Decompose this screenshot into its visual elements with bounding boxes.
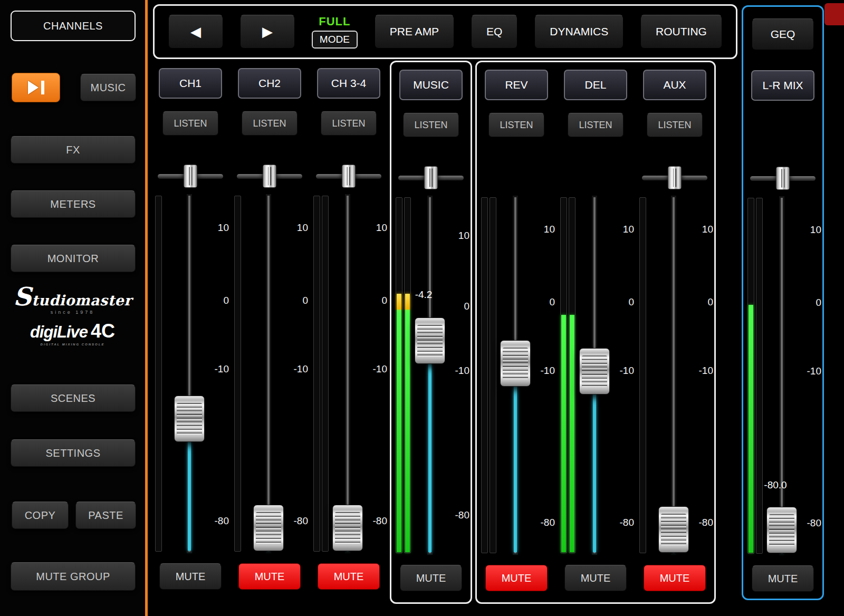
channel-strip: CH 3-4 LISTEN 10 0 -10 -80 MUTE bbox=[309, 61, 388, 604]
channel-name-button[interactable]: CH 3-4 bbox=[317, 68, 380, 99]
listen-button[interactable]: LISTEN bbox=[488, 113, 544, 137]
scenes-button[interactable]: SCENES bbox=[11, 384, 136, 412]
fader-knob[interactable] bbox=[332, 505, 363, 551]
routing-button[interactable]: ROUTING bbox=[640, 15, 722, 49]
mute-button[interactable]: MUTE bbox=[318, 563, 380, 590]
channel-name-button[interactable]: AUX bbox=[643, 70, 706, 100]
mode-state-label: FULL bbox=[319, 15, 350, 28]
channel-strip: REV LISTEN 10 0 -10 -80 MUTE bbox=[477, 62, 556, 602]
channel-name-button[interactable]: REV bbox=[485, 70, 548, 100]
fader-zone: 10 0 -10 -80 bbox=[635, 197, 714, 553]
pan-knob[interactable] bbox=[668, 166, 682, 190]
fader-zone: 10 0 -10 -80 bbox=[556, 197, 635, 553]
mute-button[interactable]: MUTE bbox=[564, 565, 627, 591]
fader-knob[interactable] bbox=[415, 317, 445, 364]
fader-knob[interactable] bbox=[579, 348, 610, 394]
fader-level-line bbox=[593, 371, 596, 552]
channel-name-button[interactable]: MUSIC bbox=[399, 70, 463, 100]
mute-button[interactable]: MUTE bbox=[238, 563, 301, 590]
fader-track[interactable] bbox=[347, 196, 349, 552]
channel-name-button[interactable]: DEL bbox=[564, 70, 627, 100]
fx-button[interactable]: FX bbox=[11, 136, 136, 163]
level-meter bbox=[313, 196, 320, 552]
channel-strip: CH2 LISTEN 10 0 -10 -80 MUTE bbox=[230, 61, 309, 604]
play-pause-icon bbox=[28, 81, 39, 94]
channel-name-button[interactable]: L-R MIX bbox=[751, 70, 814, 101]
previous-channel-button[interactable]: ◀ bbox=[168, 15, 223, 49]
pan-knob[interactable] bbox=[263, 165, 277, 188]
channel-strips: CH1 LISTEN 10 0 -10 -80 MUTE CH2 LISTEN bbox=[151, 61, 717, 604]
channel-strip: MUSIC LISTEN -4.2 bbox=[391, 62, 471, 602]
mute-group-button[interactable]: MUTE GROUP bbox=[11, 562, 136, 591]
listen-button[interactable]: LISTEN bbox=[403, 113, 459, 137]
back-arrow-icon: ◀ bbox=[190, 24, 201, 40]
listen-button[interactable]: LISTEN bbox=[568, 113, 624, 137]
product-tagline: DIGITAL MIXING CONSOLE bbox=[0, 343, 145, 346]
copy-button[interactable]: COPY bbox=[12, 502, 69, 529]
fader-track[interactable] bbox=[267, 196, 270, 552]
meters-button[interactable]: METERS bbox=[11, 190, 136, 218]
mode-label: MODE bbox=[312, 31, 358, 49]
sidebar: CHANNELS MUSIC FX METERS MONITOR Studiom… bbox=[0, 0, 145, 616]
fader-value-label: -4.2 bbox=[401, 289, 446, 301]
paste-button[interactable]: PASTE bbox=[75, 502, 136, 529]
listen-button[interactable]: LISTEN bbox=[162, 111, 218, 136]
settings-button[interactable]: SETTINGS bbox=[11, 439, 136, 467]
level-meter bbox=[396, 197, 402, 553]
channels-button[interactable]: CHANNELS bbox=[11, 11, 136, 41]
fader-level-line bbox=[514, 363, 517, 552]
next-channel-button[interactable]: ▶ bbox=[240, 15, 295, 49]
listen-spacer bbox=[755, 113, 811, 138]
channel-name-button[interactable]: CH2 bbox=[238, 68, 301, 99]
fader-track[interactable] bbox=[781, 198, 783, 554]
level-meter bbox=[481, 197, 488, 553]
fader-knob[interactable] bbox=[500, 340, 531, 387]
master-column-frame: GEQ L-R MIX -80.0 10 0 -10 -80 MUTE bbox=[742, 5, 824, 600]
geq-button[interactable]: GEQ bbox=[752, 18, 814, 50]
dynamics-button[interactable]: DYNAMICS bbox=[534, 15, 624, 49]
channel-strip: CH1 LISTEN 10 0 -10 -80 MUTE bbox=[151, 61, 230, 604]
fader-zone: 10 0 -10 -80 bbox=[230, 196, 309, 552]
fader-knob[interactable] bbox=[658, 506, 689, 553]
fader-knob[interactable] bbox=[253, 505, 284, 551]
play-pause-button[interactable] bbox=[12, 73, 60, 102]
fader-knob[interactable] bbox=[174, 396, 205, 442]
level-meter bbox=[234, 196, 241, 552]
brand-logo: Studiomaster since 1978 digiLive4C DIGIT… bbox=[0, 291, 145, 346]
fx-group-frame: REV LISTEN 10 0 -10 -80 MUTE bbox=[475, 61, 716, 604]
pan-knob[interactable] bbox=[424, 166, 438, 190]
fader-zone: 10 0 -10 -80 bbox=[309, 196, 388, 552]
level-meter bbox=[155, 196, 162, 552]
level-meter bbox=[560, 197, 567, 553]
channel-name-button[interactable]: CH1 bbox=[159, 68, 222, 99]
fader-value-label: -80.0 bbox=[753, 479, 798, 491]
mute-button[interactable]: MUTE bbox=[644, 565, 706, 591]
monitor-button[interactable]: MONITOR bbox=[11, 245, 136, 272]
level-meter bbox=[756, 198, 763, 554]
pan-knob[interactable] bbox=[776, 167, 790, 190]
listen-button[interactable]: LISTEN bbox=[242, 111, 298, 136]
fader-zone: -80.0 10 0 -10 -80 bbox=[743, 198, 822, 554]
level-meter bbox=[322, 196, 329, 552]
screen-edge-red-button[interactable] bbox=[824, 3, 844, 25]
mute-button[interactable]: MUTE bbox=[485, 565, 548, 591]
pre-amp-button[interactable]: PRE AMP bbox=[375, 15, 454, 49]
fader-knob[interactable] bbox=[766, 507, 797, 553]
fader-track[interactable] bbox=[673, 197, 675, 553]
listen-button[interactable]: LISTEN bbox=[647, 113, 703, 137]
eq-button[interactable]: EQ bbox=[471, 15, 517, 49]
mute-button[interactable]: MUTE bbox=[159, 563, 222, 590]
mute-button[interactable]: MUTE bbox=[400, 565, 462, 591]
mute-button[interactable]: MUTE bbox=[752, 565, 814, 592]
forward-arrow-icon: ▶ bbox=[262, 24, 273, 40]
brand-name: Studiomaster bbox=[0, 291, 145, 309]
fader-zone: 10 0 -10 -80 bbox=[477, 197, 556, 553]
music-button[interactable]: MUSIC bbox=[80, 74, 136, 101]
mode-button[interactable]: FULL MODE bbox=[312, 15, 358, 49]
mixer-main: ◀ ▶ FULL MODE PRE AMP EQ DYNAMICS ROUTIN… bbox=[148, 0, 844, 616]
pan-knob[interactable] bbox=[342, 165, 356, 188]
channel-strip: DEL LISTEN 10 0 -10 bbox=[556, 62, 635, 602]
pan-knob[interactable] bbox=[184, 165, 198, 188]
listen-button[interactable]: LISTEN bbox=[321, 111, 377, 136]
level-meter bbox=[404, 197, 411, 553]
